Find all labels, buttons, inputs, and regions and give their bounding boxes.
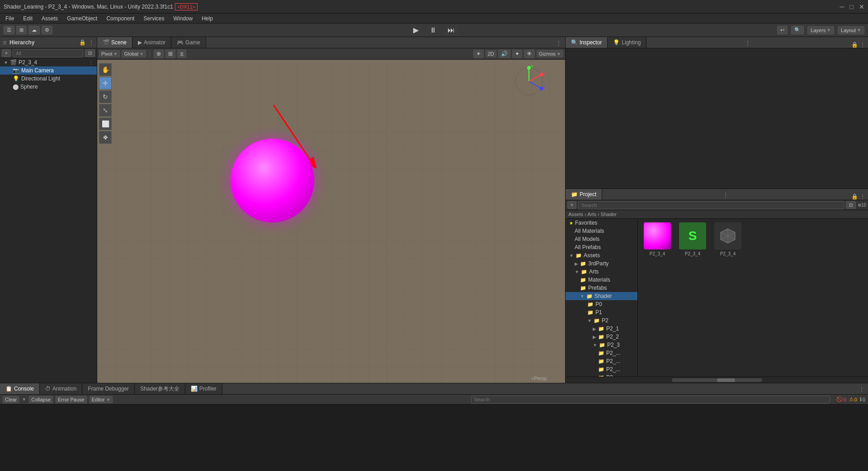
thirdparty-folder[interactable]: ▶ 📁 3rdParty: [566, 259, 637, 268]
lighting-toggle-btn[interactable]: ☀: [473, 50, 484, 58]
scene-view[interactable]: ✋ ✛ ↻ ⤡ ⬜ ❖: [97, 60, 565, 383]
close-button[interactable]: ✕: [859, 3, 864, 10]
menu-services[interactable]: Services: [140, 14, 168, 23]
project-lock-icon[interactable]: 🔒: [851, 193, 858, 200]
all-prefabs-item[interactable]: All Prefabs: [566, 243, 637, 251]
maximize-button[interactable]: □: [850, 3, 854, 10]
p2-3c-folder[interactable]: 📁 P2_...: [566, 365, 637, 373]
p2-3a-folder[interactable]: 📁 P2_...: [566, 349, 637, 357]
collapse-button[interactable]: Collapse: [29, 396, 53, 403]
project-more-icon[interactable]: ⋮: [860, 193, 865, 200]
asset-p2-3-4-material[interactable]: P2_3_4: [642, 222, 673, 256]
hierarchy-item-maincamera[interactable]: 📷 Main Camera: [0, 66, 97, 75]
p2-1-folder[interactable]: ▶ 📁 P2_1: [566, 325, 637, 333]
shader-folder[interactable]: ▼ 📁 Shader: [566, 292, 637, 300]
gizmos-dropdown[interactable]: Gizmos ▼: [537, 50, 563, 57]
all-materials-item[interactable]: All Materials: [566, 227, 637, 235]
menu-gameobject[interactable]: GameObject: [63, 14, 101, 23]
toolbar-settings-btn[interactable]: ⚙: [42, 26, 52, 34]
tab-shader-ref[interactable]: Shader参考大全: [135, 383, 185, 394]
tab-lighting[interactable]: 💡 Lighting: [608, 37, 646, 48]
add-gameobject-button[interactable]: +: [2, 49, 11, 57]
arts-folder[interactable]: ▼ 📁 Arts: [566, 268, 637, 276]
tab-console[interactable]: 📋 Console: [0, 383, 40, 394]
hierarchy-item-sphere[interactable]: ⬤ Sphere: [0, 83, 97, 91]
hand-tool-btn[interactable]: ✋: [99, 63, 112, 76]
hierarchy-item-dirlight[interactable]: 💡 Directional Light: [0, 75, 97, 83]
prefabs-folder[interactable]: 📁 Prefabs: [566, 284, 637, 292]
project-filter-btn[interactable]: ⊡: [846, 201, 856, 209]
step-button[interactable]: ⏭: [444, 25, 458, 35]
all-models-item[interactable]: All Models: [566, 235, 637, 243]
hierarchy-filter-btn[interactable]: ⊡: [85, 49, 95, 57]
tab-animation[interactable]: ⏱ Animation: [40, 383, 82, 394]
scene-gizmo[interactable]: Y X Z: [511, 63, 547, 99]
error-pause-button[interactable]: Error Pause: [56, 396, 87, 403]
scene-view-settings[interactable]: 👁: [524, 50, 535, 58]
tab-profiler[interactable]: 📊 Profiler: [185, 383, 222, 394]
layers-dropdown[interactable]: Layers ▼: [807, 26, 834, 34]
scale-tool-btn[interactable]: ⤡: [99, 104, 112, 117]
materials-folder[interactable]: 📁 Materials: [566, 276, 637, 284]
grid-toggle-btn[interactable]: ⊞: [165, 50, 175, 58]
clear-button[interactable]: Clear: [3, 396, 19, 403]
p0-folder[interactable]: 📁 P0: [566, 300, 637, 308]
transform-tool-btn[interactable]: ❖: [99, 131, 112, 144]
assets-folder[interactable]: ▼ 📁 Assets: [566, 251, 637, 259]
move-tool-active-btn[interactable]: ✛: [99, 77, 112, 89]
p2-3-folder[interactable]: ▼ 📁 P2_3: [566, 341, 637, 349]
inspector-more-icon[interactable]: ⋮: [860, 42, 865, 48]
undo-history-btn[interactable]: ↩: [777, 26, 788, 34]
create-asset-button[interactable]: +: [567, 201, 576, 209]
move-tool-btn[interactable]: ⊕: [154, 50, 164, 58]
menu-assets[interactable]: Assets: [38, 14, 61, 23]
console-tab-more[interactable]: ⋮: [855, 384, 868, 394]
tab-game[interactable]: 🎮 Game: [171, 37, 206, 48]
p2-2-folder[interactable]: ▶ 📁 P2_2: [566, 333, 637, 341]
assets-breadcrumb[interactable]: Assets: [568, 212, 583, 217]
toolbar-hand-btn[interactable]: ☰: [4, 26, 14, 34]
layout-dropdown[interactable]: Layout ▼: [838, 26, 864, 34]
asset-p2-3-4-shader[interactable]: S P2_3_4: [677, 222, 708, 256]
scene-tab-more[interactable]: ⋮: [552, 38, 565, 48]
project-scrollbar[interactable]: [566, 377, 868, 383]
window-controls[interactable]: ─ □ ✕: [840, 3, 864, 10]
menu-component[interactable]: Component: [103, 14, 138, 23]
editor-dropdown[interactable]: Editor ▼: [90, 396, 113, 403]
inspector-lock-icon[interactable]: 🔒: [851, 42, 858, 48]
fx-toggle-btn[interactable]: ✦: [512, 50, 522, 58]
project-search-input[interactable]: [578, 201, 844, 209]
menu-file[interactable]: File: [2, 14, 18, 23]
global-dropdown[interactable]: Global ▼: [122, 50, 146, 57]
pause-button[interactable]: ⏸: [426, 25, 440, 35]
tab-frame-debugger[interactable]: Frame Debugger: [82, 383, 135, 394]
search-btn[interactable]: 🔍: [791, 26, 804, 34]
scene-more-icon[interactable]: ⋮: [89, 60, 93, 65]
minimize-button[interactable]: ─: [840, 3, 844, 10]
pivot-dropdown[interactable]: Pivot ▼: [99, 50, 120, 57]
scrollbar-thumb[interactable]: [717, 378, 735, 382]
hierarchy-more-icon[interactable]: ⋮: [89, 39, 94, 46]
snap-btn[interactable]: ⧖: [177, 50, 186, 58]
clear-chevron-icon[interactable]: ▼: [22, 397, 26, 402]
scrollbar-track[interactable]: [672, 378, 762, 382]
rotate-tool-btn[interactable]: ↻: [99, 90, 112, 103]
play-button[interactable]: ▶: [410, 25, 422, 35]
hierarchy-scene-root[interactable]: ▼ 🎬 P2_3_4 ⋮: [0, 58, 97, 66]
menu-edit[interactable]: Edit: [19, 14, 36, 23]
console-search-input[interactable]: [471, 396, 830, 404]
project-tab-more[interactable]: ⋮: [719, 190, 732, 200]
hierarchy-search-input[interactable]: [13, 49, 83, 57]
toolbar-grid-btn[interactable]: ⊞: [16, 26, 27, 34]
menu-help[interactable]: Help: [198, 14, 217, 23]
p2-folder[interactable]: ▼ 📁 P2: [566, 316, 637, 325]
tab-project[interactable]: 📁 Project: [566, 189, 602, 200]
view-2d-btn[interactable]: 2D: [486, 50, 496, 57]
shader-breadcrumb[interactable]: Shader: [601, 212, 617, 217]
menu-window[interactable]: Window: [170, 14, 196, 23]
toolbar-cloud-btn[interactable]: ☁: [28, 26, 40, 34]
inspector-tab-more[interactable]: ⋮: [741, 38, 754, 48]
hierarchy-lock-icon[interactable]: 🔒: [79, 39, 86, 46]
tab-scene[interactable]: 🎬 Scene: [97, 37, 132, 48]
p2-3b-folder[interactable]: 📁 P2_...: [566, 357, 637, 365]
